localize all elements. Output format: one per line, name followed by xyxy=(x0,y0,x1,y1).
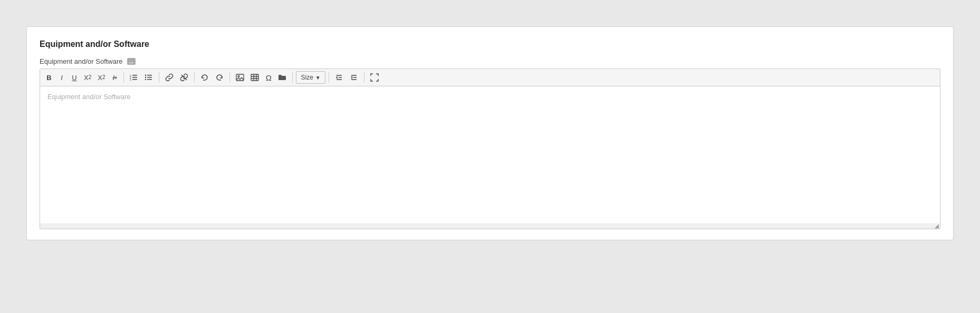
undo-button[interactable] xyxy=(198,71,212,84)
card-title: Equipment and/or Software xyxy=(40,40,940,49)
ordered-list-button[interactable]: 1. 2. 3. xyxy=(127,71,141,84)
special-char-button[interactable]: Ω xyxy=(263,71,274,84)
separator-6 xyxy=(329,72,329,83)
size-dropdown-button[interactable]: Size ▼ xyxy=(296,71,325,84)
indent-increase-button[interactable] xyxy=(347,71,361,84)
image-button[interactable] xyxy=(233,71,247,84)
table-button[interactable] xyxy=(248,71,262,84)
svg-point-10 xyxy=(145,77,146,78)
size-label: Size xyxy=(301,74,313,81)
separator-5 xyxy=(292,72,293,83)
indent-decrease-button[interactable] xyxy=(332,71,346,84)
page-container: Equipment and/or Software Equipment and/… xyxy=(11,11,969,313)
fullscreen-button[interactable] xyxy=(368,71,381,84)
resize-icon: ◢ xyxy=(935,223,939,229)
link-button[interactable] xyxy=(162,71,176,84)
svg-point-11 xyxy=(145,79,146,80)
field-label-row: Equipment and/or Software ... xyxy=(40,57,940,65)
separator-3 xyxy=(194,72,195,83)
svg-rect-0 xyxy=(132,75,137,76)
svg-rect-1 xyxy=(132,77,137,78)
underline-button[interactable]: U xyxy=(69,71,80,84)
editor-content[interactable]: Equipment and/or Software xyxy=(40,86,940,223)
subscript-button[interactable]: X2 xyxy=(81,71,94,84)
separator-1 xyxy=(123,72,124,83)
unordered-list-button[interactable] xyxy=(142,71,156,84)
svg-rect-8 xyxy=(147,79,152,80)
toolbar: B I U X2 X2 Ix 1. 2. 3. xyxy=(40,69,940,86)
separator-2 xyxy=(159,72,159,83)
editor-placeholder: Equipment and/or Software xyxy=(47,93,131,101)
folder-button[interactable] xyxy=(275,71,289,84)
svg-rect-2 xyxy=(132,79,137,80)
superscript-button[interactable]: X2 xyxy=(95,71,108,84)
bold-button[interactable]: B xyxy=(43,71,55,84)
field-badge: ... xyxy=(127,58,136,65)
redo-button[interactable] xyxy=(213,71,226,84)
svg-point-9 xyxy=(145,75,146,76)
separator-4 xyxy=(229,72,230,83)
card: Equipment and/or Software Equipment and/… xyxy=(26,26,954,240)
svg-rect-15 xyxy=(251,74,258,81)
separator-7 xyxy=(364,72,364,83)
svg-point-14 xyxy=(238,76,239,77)
editor-resize-handle[interactable]: ◢ xyxy=(40,223,940,229)
unlink-button[interactable] xyxy=(177,71,191,84)
clear-format-button[interactable]: Ix xyxy=(109,71,120,84)
svg-line-12 xyxy=(181,75,187,80)
svg-rect-7 xyxy=(147,77,152,78)
field-label: Equipment and/or Software xyxy=(40,57,123,65)
editor-wrapper: B I U X2 X2 Ix 1. 2. 3. xyxy=(40,69,940,229)
italic-button[interactable]: I xyxy=(56,71,68,84)
svg-text:3.: 3. xyxy=(130,79,132,81)
svg-rect-6 xyxy=(147,75,152,76)
size-dropdown-arrow: ▼ xyxy=(315,75,321,81)
